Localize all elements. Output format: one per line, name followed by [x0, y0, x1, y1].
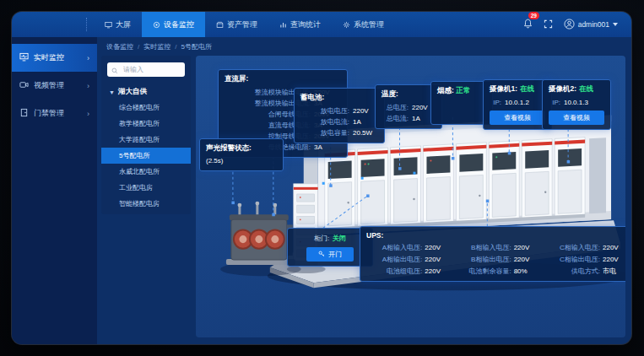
asset-box-icon: [216, 21, 224, 29]
nav-tab-label: 大屏: [116, 19, 131, 30]
primary-nav: 大屏 设备监控 资产管理 查询统计 系统管理: [94, 12, 395, 37]
nav-tab-dashboard[interactable]: 大屏: [94, 12, 142, 37]
user-menu[interactable]: admin001: [564, 19, 618, 31]
tree-item[interactable]: 大学路配电所: [101, 132, 191, 148]
bar-chart-icon: [279, 21, 287, 29]
field-value: 220V: [425, 254, 446, 265]
camera1-status: 在线: [520, 84, 534, 94]
card-title: 摄像机2:在线: [549, 84, 604, 94]
brand-space: [12, 12, 86, 37]
field-label: 放电电流:: [300, 116, 349, 127]
nav-divider: [86, 18, 87, 31]
tree-item-active[interactable]: 5号配电所: [101, 148, 191, 164]
field-label: B相输入电压:: [471, 242, 511, 253]
search-icon: [111, 62, 118, 78]
field-label: 电池剩余容量:: [468, 266, 511, 277]
sidebar-item-realtime-monitoring[interactable]: 实时监控 ›: [12, 44, 97, 72]
field-value: 220V: [425, 242, 446, 253]
top-navigation-bar: 大屏 设备监控 资产管理 查询统计 系统管理 29: [12, 12, 631, 37]
ups-card: UPS: A相输入电压:220V B相输入电压:220V C相输入电压:220V…: [360, 226, 625, 282]
sidebar-item-video-management[interactable]: 视频管理 ›: [12, 72, 97, 100]
breadcrumb: 设备监控 / 实时监控 / 5号配电所: [97, 37, 631, 56]
field-label: A相输入电压:: [382, 242, 423, 253]
tree-item[interactable]: 永威北配电所: [101, 164, 191, 180]
tree-item[interactable]: 工业配电房: [101, 180, 191, 196]
sidebar-item-access-control[interactable]: 门禁管理 ›: [12, 100, 97, 127]
view-video-button[interactable]: 查看视频: [490, 111, 545, 125]
nav-tab-label: 系统管理: [354, 19, 384, 30]
username-label: admin001: [578, 20, 609, 29]
camera2-ip: 10.0.1.3: [564, 97, 604, 108]
field-value: 80%: [514, 266, 536, 277]
alarm-value: (2.5s): [206, 156, 277, 166]
tree-expand-icon: ▼: [109, 89, 115, 95]
door-label: 柜门:: [314, 233, 329, 244]
field-label: 放电电压:: [300, 105, 349, 116]
tree-root-label: 湖大自供: [118, 87, 147, 97]
view-video-button[interactable]: 查看视频: [549, 111, 604, 125]
gear-icon: [343, 21, 350, 29]
field-label: B相输出电压:: [471, 254, 511, 265]
sidebar-item-label: 门禁管理: [34, 108, 64, 119]
chevron-right-icon: ›: [87, 54, 89, 62]
breadcrumb-item[interactable]: 实时监控: [143, 42, 170, 51]
notification-bell-button[interactable]: 29: [523, 17, 533, 32]
field-label: A相输出电压:: [382, 254, 423, 265]
nav-tab-label: 查询统计: [290, 19, 321, 30]
nav-tab-asset-management[interactable]: 资产管理: [205, 12, 268, 37]
ups-grid: A相输入电压:220V B相输入电压:220V C相输入电压:220V A相输出…: [366, 242, 625, 277]
card-title: 摄像机1:在线: [490, 84, 545, 94]
topbar-actions: 29 admin001: [523, 12, 631, 37]
screen-icon: [105, 21, 112, 29]
card-title: 烟感: 正常: [437, 86, 486, 96]
field-value: 市电: [603, 266, 625, 277]
field-label: C相输出电压:: [560, 254, 600, 265]
nav-tab-device-monitoring[interactable]: 设备监控: [142, 12, 205, 37]
tree-item[interactable]: 智能楼配电房: [101, 196, 191, 212]
breadcrumb-separator: /: [138, 43, 139, 51]
tree-item[interactable]: 综合楼配电所: [101, 100, 191, 116]
left-sidebar: 实时监控 › 视频管理 › 门禁管理 ›: [12, 37, 97, 344]
field-value: 20.5W: [353, 127, 378, 138]
field-label: 电池组电压:: [387, 266, 422, 277]
realtime-monitor-icon: [19, 52, 29, 63]
station-tree-panel: ▼ 湖大自供 综合楼配电所 教学楼配电所 大学路配电所 5号配电所 永威北配电所…: [101, 56, 191, 214]
ip-label: IP:: [549, 97, 560, 108]
field-label: 总电流:: [382, 113, 409, 124]
card-title: 声光报警状态:: [206, 143, 277, 154]
nav-tab-label: 设备监控: [164, 19, 194, 30]
sound-light-alarm-card: 声光报警状态: (2.5s): [199, 138, 284, 171]
camera2-status: 在线: [579, 84, 593, 94]
camera1-ip: 10.0.1.2: [505, 97, 545, 108]
field-value: 220V: [603, 254, 625, 265]
breadcrumb-item-current: 5号配电所: [181, 42, 211, 51]
door-status-row: 柜门: 关闭: [294, 233, 366, 244]
notification-count-badge: 29: [528, 12, 539, 19]
nav-tab-query-statistics[interactable]: 查询统计: [268, 12, 332, 37]
tree-item[interactable]: 教学楼配电所: [101, 116, 191, 132]
tree-search-input[interactable]: [122, 65, 181, 74]
breadcrumb-item[interactable]: 设备监控: [106, 42, 133, 51]
sidebar-item-label: 实时监控: [34, 52, 64, 63]
card-title: 直流屏:: [225, 74, 341, 84]
app-window: 大屏 设备监控 资产管理 查询统计 系统管理 29: [12, 12, 631, 344]
breadcrumb-separator: /: [175, 43, 176, 51]
chevron-down-icon: [613, 23, 618, 26]
chevron-right-icon: ›: [87, 82, 89, 90]
field-label: C相输入电压:: [560, 242, 600, 253]
open-door-button[interactable]: 开门: [306, 247, 354, 262]
ip-label: IP:: [490, 97, 501, 108]
distribution-room-panel: 直流屏: 整流模块输出电压:220V 整流模块输出电流:3A 合闸母线电压:20…: [196, 56, 625, 337]
field-value: 220V: [425, 266, 446, 277]
nav-tab-system-management[interactable]: 系统管理: [332, 12, 395, 37]
user-avatar-icon: [564, 19, 575, 31]
fullscreen-button[interactable]: [544, 17, 553, 32]
field-label: 放电容量:: [300, 127, 349, 138]
field-value: 220V: [514, 242, 536, 253]
key-icon: [318, 251, 325, 259]
battery-card: 蓄电池: 放电电压:220V 放电电流:1A 放电容量:20.5W: [294, 88, 385, 143]
field-label: 供电方式:: [571, 266, 600, 277]
card-title: 温度:: [382, 89, 436, 100]
fullscreen-icon: [544, 17, 553, 32]
tree-root-node[interactable]: ▼ 湖大自供: [101, 84, 191, 100]
